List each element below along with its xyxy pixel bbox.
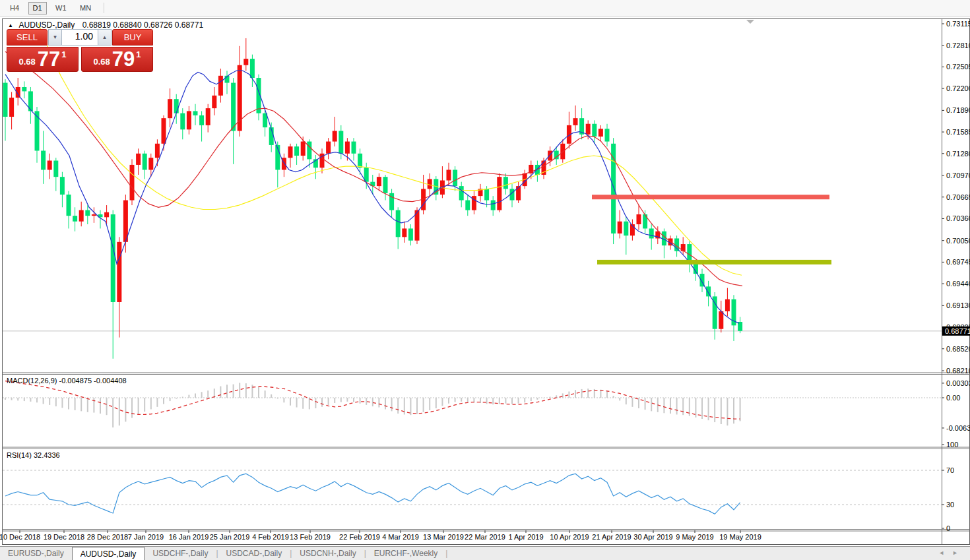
tab-scroll-right-icon[interactable]: ► [952, 549, 966, 556]
candle-body [637, 214, 641, 224]
ohlc-quote-label: 0.68819 0.68840 0.68726 0.68771 [82, 20, 204, 30]
candle-body [22, 87, 26, 91]
candle-body [713, 296, 717, 328]
candle-body [294, 146, 299, 156]
chart-frame [3, 19, 970, 545]
candle-body [92, 214, 96, 216]
price-tick-label: 0.72810 [946, 42, 970, 49]
one-click-trade-panel: SELL ▾ 1.00 ▴ BUY 0.68 77 1 0.68 79 1 [7, 29, 153, 72]
date-tick-label: 30 Apr 2019 [633, 533, 672, 541]
candle-body [243, 59, 248, 65]
candle-body [643, 214, 647, 228]
candle-body [60, 177, 65, 195]
candle-body [618, 222, 622, 233]
volume-input[interactable]: 1.00 [61, 30, 98, 45]
sell-price-tile[interactable]: 0.68 77 1 [7, 47, 79, 72]
macd-tick-label: -0.006311 [946, 424, 970, 432]
date-tick-label: 22 Mar 2019 [465, 533, 505, 541]
tab-eurchf-weekly[interactable]: EURCHF-,Weekly [366, 547, 445, 559]
sell-button[interactable]: SELL [7, 29, 48, 46]
date-tick-label: 21 Apr 2019 [592, 533, 631, 541]
candle-body [605, 129, 610, 141]
candle-body [117, 242, 121, 302]
price-tick-label: 0.71890 [946, 106, 970, 114]
price-tick-label: 0.70360 [946, 214, 970, 222]
chart-shift-marker-icon [746, 20, 754, 24]
candle-body [168, 99, 172, 118]
buy-button[interactable]: BUY [112, 29, 153, 46]
tab-audusd-daily[interactable]: AUDUSD-,Daily [72, 547, 145, 560]
price-chart-svg: 0.731150.728100.725050.722000.718900.715… [0, 0, 970, 560]
date-tick-label: 13 Feb 2019 [290, 533, 331, 541]
tab-scroll-arrows[interactable]: ◄► [938, 549, 966, 556]
tab-usdcad-daily[interactable]: USDCAD-,Daily [218, 547, 290, 559]
buy-price-pip: 1 [136, 49, 141, 59]
tab-divider: | [445, 549, 447, 558]
candle-body [402, 228, 406, 237]
candle-body [174, 99, 179, 113]
sell-price-pip: 1 [61, 49, 66, 59]
date-tick-label: 9 May 2019 [676, 533, 713, 541]
macd-indicator-label: MACD(12,26,9) -0.004875 -0.004408 [7, 377, 127, 385]
timeframe-button-w1[interactable]: W1 [51, 2, 71, 15]
buy-price-tile[interactable]: 0.68 79 1 [81, 47, 153, 72]
timeframe-button-d1[interactable]: D1 [28, 2, 47, 15]
rsi-tick-label: 30 [946, 501, 954, 509]
price-tick-label: 0.70970 [946, 171, 970, 179]
candle-body [3, 83, 8, 117]
candle-body [396, 210, 401, 237]
buy-price-small: 0.68 [93, 57, 110, 67]
candle-body [345, 142, 350, 154]
price-tick-label: 0.71280 [946, 150, 970, 158]
symbol-period-label: AUDUSD-,Daily [19, 20, 75, 30]
candle-body [459, 186, 464, 200]
tab-usdchf-daily[interactable]: USDCHF-,Daily [145, 547, 216, 559]
candle-body [250, 59, 255, 78]
candle-body [111, 214, 115, 302]
candle-body [212, 96, 216, 108]
collapse-arrow-icon[interactable]: ▲ [8, 22, 13, 28]
rsi-indicator-label: RSI(14) 32.4336 [7, 451, 60, 459]
candle-body [180, 113, 185, 130]
candle-body [288, 146, 293, 158]
candle-body [155, 144, 160, 158]
tab-usdcnh-daily[interactable]: USDCNH-,Daily [292, 547, 364, 559]
macd-tick-label: 0.00 [946, 394, 960, 402]
candle-body [465, 201, 470, 210]
sell-price-big: 77 [38, 50, 60, 69]
chart-title: ▲ AUDUSD-,Daily 0.68819 0.68840 0.68726 … [8, 20, 203, 30]
candle-body [85, 210, 90, 216]
timeframe-button-mn[interactable]: MN [75, 2, 96, 15]
candle-body [199, 115, 204, 125]
price-tick-label: 0.68520 [946, 345, 970, 353]
candle-body [725, 299, 730, 311]
price-tick-label: 0.72505 [946, 63, 970, 71]
candle-body [719, 311, 723, 329]
candle-body [573, 118, 578, 125]
rsi-tick-label: 0 [946, 524, 950, 532]
candle-body [136, 154, 141, 165]
date-tick-label: 19 Dec 2018 [44, 533, 84, 541]
candle-body [560, 144, 565, 160]
date-tick-label: 7 Jan 2019 [128, 533, 164, 541]
candle-body [301, 142, 306, 156]
candle-body [67, 195, 71, 216]
candle-body [447, 170, 451, 180]
timeframe-button-h4[interactable]: H4 [5, 2, 24, 15]
timeframe-toolbar: H4 D1 W1 MN [0, 0, 970, 17]
candle-body [453, 170, 457, 186]
tab-scroll-left-icon[interactable]: ◄ [938, 549, 952, 556]
volume-increase-icon[interactable]: ▴ [98, 30, 111, 45]
volume-decrease-icon[interactable]: ▾ [49, 30, 61, 45]
support-ray [597, 260, 831, 264]
candle-body [408, 228, 413, 240]
candle-body [503, 177, 508, 189]
candle-body [649, 228, 654, 238]
tab-eurusd-daily[interactable]: EURUSD-,Daily [0, 547, 72, 559]
candle-body [586, 124, 591, 135]
candle-body [383, 177, 388, 193]
chart-area[interactable]: 0.731150.728100.725050.722000.718900.715… [0, 0, 970, 560]
candle-body [148, 158, 153, 170]
candle-body [193, 111, 198, 115]
date-tick-label: 28 Dec 2018 [87, 533, 128, 541]
